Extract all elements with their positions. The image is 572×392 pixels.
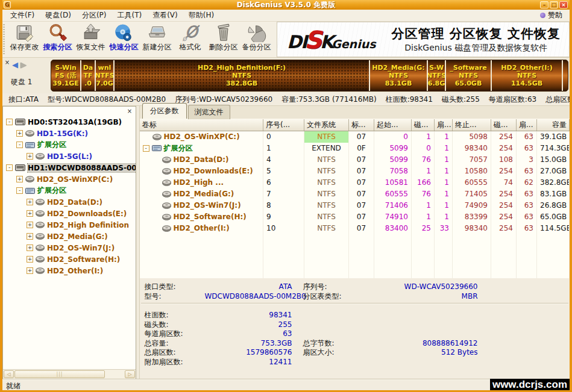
toolbar-button-search[interactable]: 搜索分区 — [41, 22, 74, 57]
menu-item-2[interactable]: 分区(P) — [77, 9, 112, 22]
partition-detail-panel: 分区参数浏览文件 卷标序号(...文件系统标...起始...磁...扇...终止… — [139, 106, 570, 379]
tree-expander-icon[interactable]: + — [27, 256, 33, 263]
partition-segment-0[interactable]: S-WinFS (活39.1GE — [51, 60, 80, 91]
toolbar-button-new-partition[interactable]: 新建分区 — [140, 22, 174, 57]
tree-expander-icon[interactable]: - — [16, 187, 23, 194]
tree-expander-icon[interactable]: + — [27, 244, 33, 251]
tree-item-3[interactable]: +HD1-5G(L:) — [3, 151, 136, 162]
toolbar-grip[interactable] — [3, 24, 7, 55]
partition-segment-8[interactable] — [562, 60, 568, 91]
partition-segment-4[interactable]: HD2_Media(G:NTFS83.1GB — [369, 60, 427, 91]
column-header-0[interactable]: 卷标 — [140, 119, 263, 131]
tree-expander-icon[interactable]: + — [16, 176, 23, 182]
partition-segment-5[interactable]: S-WNTFS6.8G — [427, 60, 445, 91]
watermark-link[interactable]: www.dcrjs.com — [490, 379, 570, 391]
tree-item-2[interactable]: -扩展分区 — [3, 139, 136, 151]
tree-item-1[interactable]: +HD1-15G(K:) — [3, 128, 136, 139]
tree-expander-icon[interactable]: - — [6, 119, 13, 125]
column-header-5[interactable]: 磁... — [412, 119, 435, 131]
column-header-2[interactable]: 文件系统 — [304, 119, 349, 131]
cell-capacity: 83.1GB — [537, 188, 570, 200]
table-row[interactable]: HD2_Data(D:)4NTFS0750997617057108315.0GB — [140, 154, 570, 166]
tree-item-11[interactable]: +HD2_OS-Win7(J:) — [3, 242, 136, 254]
tree-item-12[interactable]: +HD2_Software(H:) — [3, 254, 136, 265]
tree-close-icon[interactable]: × — [126, 108, 133, 115]
menu-item-1[interactable]: 硬盘(D) — [40, 9, 77, 22]
toolbar-button-recover-files[interactable]: 恢复文件 — [74, 22, 107, 57]
partition-segment-3[interactable]: HD2_High Definition(F:)NTFS382.8GB — [113, 60, 369, 91]
menu-item-0[interactable]: 文件(F) — [5, 9, 40, 22]
tree-expander-icon[interactable]: + — [27, 222, 33, 228]
tree-expander-icon[interactable]: + — [27, 233, 33, 240]
toolbar-button-save[interactable]: 保存更改 — [8, 22, 41, 57]
partition-segment-7[interactable]: HD2_Other(I:)NTFS114.5GB — [491, 60, 562, 91]
partition-segment-1[interactable]: DaTF.0 — [80, 60, 95, 91]
empty-cell — [304, 269, 349, 279]
table-row[interactable]: HD2_Software(H:)9NTFS0774910118339925463… — [140, 211, 570, 223]
detail-row: 每道扇区数:63 — [145, 329, 567, 339]
empty-cell — [453, 257, 491, 269]
cell-id: 0F — [349, 143, 374, 154]
tree-item-4[interactable]: -HD1:WDCWD8088AADS-00M2B0 ( — [3, 162, 136, 173]
table-row[interactable]: HD2_OS-WinXP(C:)0NTFS0701150982546339.1G… — [140, 131, 570, 143]
toolbar-button-backup-partition[interactable]: 备份分区 — [240, 22, 273, 57]
tree-item-5[interactable]: +HD2_OS-WinXP(C:) — [3, 173, 136, 185]
tree-expander-icon[interactable]: + — [27, 267, 33, 274]
panel-close-icon[interactable]: × — [4, 59, 11, 66]
tree-expander-icon[interactable]: + — [16, 130, 23, 137]
column-header-1[interactable]: 序号(... — [263, 119, 304, 131]
toolbar-button-delete-partition[interactable]: 删除分区 — [207, 22, 240, 57]
tree-item-13[interactable]: +HD2_Other(I:) — [3, 265, 136, 276]
partition-tree-panel: × -HD0:ST320413A(19GB)+HD1-15G(K:)-扩展分区+… — [2, 106, 136, 379]
toolbar-button-format[interactable]: Øø格式化 — [174, 22, 207, 57]
tree-item-10[interactable]: +HD2_Media(G:) — [3, 231, 136, 242]
minimize-button[interactable]: – — [540, 1, 548, 8]
tree-item-6[interactable]: -扩展分区 — [3, 185, 136, 196]
disk-info-value: WDCWD8088AADS-00M2B0 — [64, 95, 166, 104]
close-button[interactable]: × — [559, 1, 568, 8]
tree-item-8[interactable]: +HD2_Downloads(E:) — [3, 208, 136, 219]
row-expander-icon[interactable]: - — [143, 145, 149, 152]
tab-browse-files[interactable]: 浏览文件 — [188, 105, 230, 119]
toolbar-button-quick-partition[interactable]: 快速分区 — [107, 22, 140, 57]
tree-item-label: HD2_Downloads(E:) — [47, 210, 127, 218]
scroll-left-button[interactable]: ◁ — [4, 370, 14, 378]
column-header-3[interactable]: 标... — [349, 119, 374, 131]
scroll-right-button[interactable]: ▷ — [125, 370, 135, 378]
table-row[interactable]: -扩展分区1EXTEND0F5099019834025463714.3GB — [140, 143, 570, 154]
menu-item-4[interactable]: 查看(V) — [147, 9, 183, 22]
tree-expander-icon[interactable]: + — [27, 153, 33, 160]
next-disk-arrow[interactable]: ▶ — [20, 60, 29, 69]
column-header-4[interactable]: 起始... — [374, 119, 412, 131]
column-header-6[interactable]: 扇... — [435, 119, 453, 131]
column-header-10[interactable]: 容量 — [537, 119, 570, 131]
menu-item-3[interactable]: 工具(T) — [112, 9, 147, 22]
prev-disk-arrow[interactable]: ◀ — [12, 60, 20, 69]
tree-item-0[interactable]: -HD0:ST320413A(19GB) — [3, 116, 136, 128]
scroll-thumb[interactable]: ||| — [14, 370, 105, 378]
table-row[interactable]: HD2_Media(G:)7NTFS0760555761714052546383… — [140, 188, 570, 200]
tree-expander-icon[interactable]: - — [16, 142, 23, 148]
tab-partition-params[interactable]: 分区参数 — [142, 103, 187, 119]
tree-expander-icon[interactable]: + — [27, 210, 33, 217]
table-row[interactable]: HD2_OS-Win7(J:)8NTFS07714061174909254632… — [140, 200, 570, 211]
table-row[interactable]: HD2_Downloads(E:)5NTFS077058111058025463… — [140, 166, 570, 177]
empty-cell — [435, 246, 453, 257]
sponsor-link[interactable]: 赞助 — [548, 10, 562, 20]
column-header-9[interactable]: 扇... — [517, 119, 537, 131]
column-header-7[interactable]: 终止... — [453, 119, 491, 131]
menu-item-5[interactable]: 帮助(H) — [183, 9, 219, 22]
maximize-button[interactable]: □ — [550, 1, 558, 8]
tree-expander-icon[interactable]: + — [27, 199, 33, 205]
empty-cell — [517, 269, 537, 279]
tree-item-9[interactable]: +HD2_High Definition — [3, 219, 136, 231]
table-row[interactable]: HD2_Other(I:)10NTFS078340025339834025463… — [140, 223, 570, 234]
partition-segment-2[interactable]: wnlNTFS7.0G — [95, 60, 113, 91]
column-header-8[interactable]: 磁... — [491, 119, 517, 131]
partition-segment-6[interactable]: _SoftwareNTFS65.0GB — [445, 60, 491, 91]
hard-disk-icon — [15, 164, 25, 172]
segment-label: 382.8GB — [226, 79, 257, 87]
table-row[interactable]: HD2_High ...6NTFS07105811661605557462382… — [140, 177, 570, 188]
tree-item-7[interactable]: +HD2_Data(D:) — [3, 196, 136, 208]
tree-expander-icon[interactable]: - — [6, 164, 13, 171]
